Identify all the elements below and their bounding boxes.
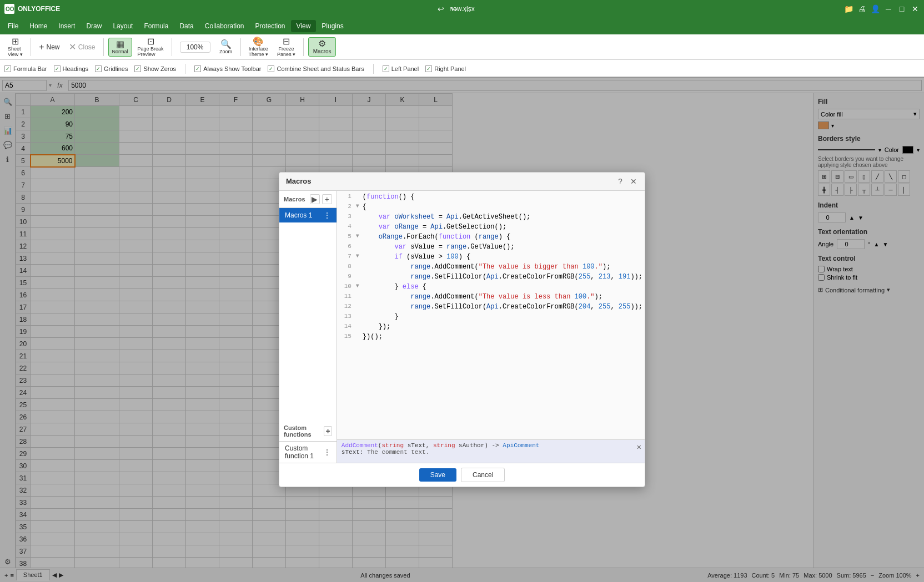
maximize-btn[interactable]: □	[897, 4, 906, 13]
run-macro-btn[interactable]: ▶	[310, 194, 320, 204]
tooltip-param: sText: The comment text.	[342, 449, 640, 456]
dialog-footer: Save Cancel	[279, 463, 645, 487]
cancel-button[interactable]: Cancel	[461, 468, 505, 482]
zoom-value[interactable]: 100%	[180, 42, 210, 53]
minimize-btn[interactable]: ─	[884, 4, 893, 13]
right-panel-checkbox[interactable]	[425, 65, 432, 72]
custom-fn-item-1-label: Custom function 1	[285, 444, 323, 460]
menu-collaboration[interactable]: Collaboration	[199, 20, 250, 32]
check-gridlines[interactable]: Gridlines	[95, 65, 128, 72]
file-title: new.xlsx	[449, 5, 474, 13]
titlebar: OO ONLYOFFICE ↩ ↪ ... new.xlsx 📁 🖨 👤 ─ □…	[0, 0, 924, 18]
line-number: 7	[339, 253, 356, 260]
menu-draw[interactable]: Draw	[81, 20, 107, 32]
undo-btn[interactable]: ↩	[438, 4, 444, 13]
new-btn[interactable]: + New	[36, 41, 63, 53]
code-line: 5▼ oRange.ForEach(function (range) {	[337, 233, 645, 243]
show-zeros-checkbox[interactable]	[134, 65, 141, 72]
code-tooltip: ✕ AddComment(string sText, string sAutho…	[337, 439, 645, 463]
combine-bars-checkbox[interactable]	[268, 65, 274, 72]
page-break-btn[interactable]: ⊡ Page BreakPreview	[134, 36, 167, 59]
check-left-panel[interactable]: Left Panel	[383, 65, 419, 72]
menu-plugins[interactable]: Plugins	[316, 20, 349, 32]
dialog-close-btn[interactable]: ✕	[629, 177, 638, 186]
dialog-code-area: 1(function() {2▼{3 var oWorksheet = Api.…	[337, 191, 645, 463]
normal-mode-btn[interactable]: ▦ Normal	[108, 38, 132, 57]
line-content: range.SetFillColor(Api.CreateColorFromRG…	[363, 303, 642, 311]
menu-data[interactable]: Data	[174, 20, 199, 32]
print-icon[interactable]: 🖨	[857, 4, 866, 13]
formula-bar-checkbox[interactable]	[4, 65, 11, 72]
left-panel-checkbox[interactable]	[383, 65, 389, 72]
check-show-zeros[interactable]: Show Zeros	[134, 65, 176, 72]
line-number: 9	[339, 273, 356, 280]
view-toolbar: Formula Bar Headings Gridlines Show Zero…	[0, 60, 924, 78]
toolbar: ⊞ SheetView ▾ + New ✕ Close ▦ Normal ⊡ P…	[0, 34, 924, 60]
modal-overlay[interactable]: Macros ? ✕ Macros ▶ + Macros 1	[0, 77, 924, 582]
save-button[interactable]: Save	[419, 468, 456, 482]
menu-view[interactable]: View	[291, 20, 317, 32]
macros-section-actions: ▶ +	[310, 194, 332, 204]
zoom-label: Zoom	[219, 49, 232, 54]
close-icon: ✕	[69, 43, 76, 52]
menubar: File Home Insert Draw Layout Formula Dat…	[0, 18, 924, 34]
line-number: 11	[339, 293, 356, 300]
line-number: 2	[339, 203, 356, 210]
always-toolbar-checkbox[interactable]	[194, 65, 201, 72]
dialog-controls: ? ✕	[616, 177, 638, 186]
normal-mode-label: Normal	[112, 49, 128, 54]
zoom-btn[interactable]: 🔍 Zoom	[216, 38, 236, 56]
macros-item-1-more[interactable]: ⋮	[323, 211, 331, 220]
macros-btn[interactable]: ⚙ Macros	[308, 37, 336, 57]
normal-mode-icon: ▦	[116, 40, 124, 49]
check-always-toolbar[interactable]: Always Show Toolbar	[194, 65, 261, 72]
check-right-panel[interactable]: Right Panel	[425, 65, 466, 72]
check-headings[interactable]: Headings	[54, 65, 88, 72]
custom-fn-item-1[interactable]: Custom function 1 ⋮	[279, 442, 337, 463]
open-folder-icon[interactable]: 📁	[844, 4, 853, 13]
separator-2	[103, 38, 104, 56]
collapse-btn[interactable]: ▼	[356, 233, 363, 239]
headings-checkbox[interactable]	[54, 65, 61, 72]
sheet-view-btn[interactable]: ⊞ SheetView ▾	[4, 36, 26, 59]
close-btn-toolbar[interactable]: ✕ Close	[66, 41, 99, 53]
collapse-btn[interactable]: ▼	[356, 253, 363, 259]
zoom-icon: 🔍	[220, 40, 232, 49]
collapse-btn[interactable]: ▼	[356, 203, 363, 209]
code-editor[interactable]: 1(function() {2▼{3 var oWorksheet = Api.…	[337, 191, 645, 439]
menu-formula[interactable]: Formula	[138, 20, 174, 32]
tooltip-close-btn[interactable]: ✕	[637, 442, 641, 452]
zoom-input[interactable]: 100%	[177, 40, 214, 54]
line-content: range.SetFillColor(Api.CreateColorFromRG…	[363, 273, 642, 281]
interface-theme-btn[interactable]: 🎨 InterfaceTheme ▾	[245, 36, 272, 59]
macros-item-1[interactable]: Macros 1 ⋮	[279, 208, 337, 222]
check-combine-bars[interactable]: Combine Sheet and Status Bars	[268, 65, 364, 72]
menu-layout[interactable]: Layout	[107, 20, 138, 32]
custom-fn-label: Custom functions	[284, 424, 324, 438]
gridlines-checkbox[interactable]	[95, 65, 102, 72]
menu-file[interactable]: File	[2, 20, 24, 32]
separator-4	[240, 38, 241, 56]
tooltip-signature: AddComment(string sText, string sAuthor)…	[342, 442, 640, 449]
check-formula-bar[interactable]: Formula Bar	[4, 65, 47, 72]
menu-home[interactable]: Home	[24, 20, 53, 32]
code-line: 9 range.SetFillColor(Api.CreateColorFrom…	[337, 273, 645, 283]
add-macro-btn[interactable]: +	[322, 194, 332, 204]
dialog-help-btn[interactable]: ?	[616, 177, 625, 186]
avatar-icon[interactable]: 👤	[871, 4, 880, 13]
page-break-label: Page BreakPreview	[138, 46, 164, 57]
menu-insert[interactable]: Insert	[53, 20, 81, 32]
right-panel-label: Right Panel	[434, 65, 466, 72]
macros-dialog: Macros ? ✕ Macros ▶ + Macros 1	[279, 172, 645, 487]
menu-protection[interactable]: Protection	[250, 20, 291, 32]
custom-fn-item-1-more[interactable]: ⋮	[323, 448, 331, 457]
svg-text:OO: OO	[6, 6, 14, 12]
freeze-panes-btn[interactable]: ⊟ FreezePanes ▾	[274, 36, 299, 59]
line-content: if (sValue > 100) {	[363, 253, 642, 261]
code-line: 1(function() {	[337, 193, 645, 203]
collapse-btn[interactable]: ▼	[356, 283, 363, 289]
add-custom-fn-btn[interactable]: +	[324, 426, 332, 436]
close-btn[interactable]: ✕	[911, 4, 920, 13]
dialog-title: Macros	[286, 177, 312, 185]
view-sep-1	[185, 64, 185, 74]
